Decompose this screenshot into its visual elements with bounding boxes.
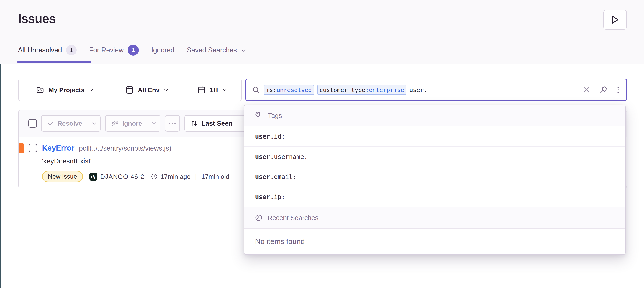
- new-issue-badge: New Issue: [42, 171, 83, 182]
- chevron-down-icon: [164, 88, 168, 92]
- tag-icon: [255, 111, 263, 120]
- projects-icon: [36, 86, 44, 94]
- short-id-label: DJANGO-46-2: [100, 173, 144, 180]
- project-filter-label: My Projects: [48, 86, 84, 94]
- tab-saved-searches[interactable]: Saved Searches: [187, 46, 246, 54]
- time-range-dropdown[interactable]: 1H: [183, 79, 241, 101]
- issue-message: 'keyDoesntExist': [42, 157, 229, 165]
- project-filter-dropdown[interactable]: My Projects: [19, 79, 111, 101]
- issue-culprit: poll(../../sentry/scripts/views.js): [79, 144, 171, 152]
- ignore-label: Ignore: [122, 120, 142, 127]
- pin-icon: [599, 86, 608, 94]
- chevron-down-icon: [89, 88, 94, 92]
- search-typed-text: user.: [410, 86, 427, 93]
- tab-count-badge: 1: [128, 45, 139, 56]
- search-menu-button[interactable]: [617, 86, 620, 94]
- environment-filter-label: All Env: [138, 86, 160, 94]
- autocomplete-item-user-id[interactable]: user.id:: [244, 126, 625, 146]
- recent-searches-header: Recent Searches: [244, 207, 625, 229]
- ignore-button-group: Ignore: [105, 115, 160, 132]
- tab-label: Saved Searches: [187, 46, 237, 54]
- django-project-icon: dj: [89, 172, 97, 180]
- issues-page: Issues All Unresolved 1 For Review 1 Ign…: [0, 0, 644, 288]
- play-icon: [611, 15, 620, 24]
- issue-tabs: All Unresolved 1 For Review 1 Ignored Sa…: [18, 45, 246, 56]
- tags-header-label: Tags: [268, 112, 282, 120]
- autocomplete-item-user-username[interactable]: user.username:: [244, 146, 625, 166]
- filter-bar: My Projects All Env: [18, 78, 242, 101]
- issue-age: 17min old: [201, 173, 229, 180]
- tab-label: All Unresolved: [18, 46, 62, 54]
- search-actions: [583, 86, 620, 94]
- tab-label: Ignored: [151, 46, 174, 54]
- resolve-label: Resolve: [58, 120, 82, 127]
- active-tab-underline: [18, 61, 91, 63]
- select-all-checkbox[interactable]: [28, 119, 37, 128]
- issue-title-link[interactable]: KeyError: [42, 144, 74, 152]
- clock-icon: [151, 173, 158, 180]
- search-token[interactable]: customer_type:enterprise: [317, 85, 406, 95]
- issue-search-bar[interactable]: is:unresolved customer_type:enterprise u…: [246, 78, 627, 101]
- ignore-dropdown-button[interactable]: [148, 116, 160, 131]
- search-query[interactable]: is:unresolved customer_type:enterprise u…: [264, 85, 579, 95]
- autocomplete-item-user-email[interactable]: user.email:: [244, 166, 625, 186]
- tab-ignored[interactable]: Ignored: [151, 46, 174, 54]
- resolve-dropdown-button[interactable]: [88, 116, 100, 131]
- issue-level-bar: [19, 143, 24, 154]
- mute-icon: [111, 120, 119, 127]
- issue-checkbox[interactable]: [29, 144, 37, 152]
- kebab-menu-icon: [617, 86, 620, 94]
- tab-for-review[interactable]: For Review 1: [89, 45, 139, 56]
- calendar-icon: [198, 86, 206, 94]
- search-icon: [252, 86, 260, 94]
- project-short-id[interactable]: dj DJANGO-46-2: [89, 172, 144, 180]
- ignore-button[interactable]: Ignore: [106, 116, 148, 131]
- search-autocomplete-dropdown: Tags user.id: user.username: user.email:…: [244, 105, 626, 255]
- recent-header-label: Recent Searches: [268, 214, 318, 222]
- resolve-button[interactable]: Resolve: [42, 116, 88, 131]
- sort-label: Last Seen: [201, 120, 232, 127]
- chevron-down-icon: [222, 88, 227, 92]
- replay-play-button[interactable]: [603, 10, 627, 30]
- tags-section-header: Tags: [244, 105, 625, 126]
- sort-arrows-icon: [190, 120, 198, 127]
- page-header: Issues All Unresolved 1 For Review 1 Ign…: [0, 0, 644, 64]
- tab-count-badge: 1: [66, 45, 77, 56]
- resolve-button-group: Resolve: [41, 115, 101, 132]
- checkmark-icon: [47, 120, 54, 127]
- chevron-down-icon: [241, 48, 246, 52]
- time-range-label: 1H: [210, 86, 218, 94]
- close-icon: [583, 86, 590, 94]
- no-items-found: No items found: [244, 229, 625, 254]
- time-separator: |: [193, 172, 199, 180]
- issue-timestamps: 17min ago | 17min old: [151, 172, 229, 180]
- autocomplete-item-user-ip[interactable]: user.ip:: [244, 186, 625, 207]
- clear-search-button[interactable]: [583, 86, 590, 94]
- pin-search-button[interactable]: [599, 86, 608, 94]
- clock-icon: [255, 214, 263, 222]
- more-actions-button[interactable]: [165, 115, 180, 132]
- ellipsis-icon: [169, 122, 170, 124]
- last-seen-time: 17min ago: [160, 173, 190, 180]
- search-token[interactable]: is:unresolved: [264, 85, 314, 95]
- tab-label: For Review: [89, 46, 124, 54]
- window-icon: [126, 86, 134, 94]
- page-title: Issues: [18, 11, 56, 26]
- tab-all-unresolved[interactable]: All Unresolved 1: [18, 45, 77, 56]
- environment-filter-dropdown[interactable]: All Env: [111, 79, 183, 101]
